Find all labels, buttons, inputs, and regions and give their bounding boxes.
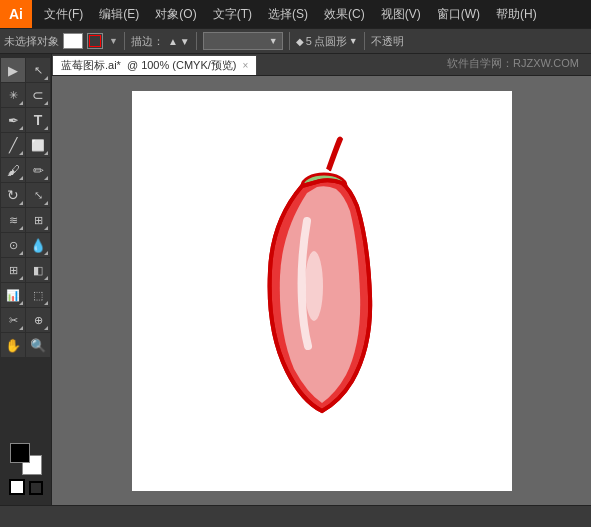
tab-close-button[interactable]: × — [242, 60, 248, 71]
app-logo: Ai — [0, 0, 32, 28]
magic-wand-tool[interactable]: ✳ — [1, 83, 25, 107]
graph-tool[interactable]: 📊 — [1, 283, 25, 307]
free-transform-tool[interactable]: ⊞ — [26, 208, 50, 232]
rotate-tool[interactable]: ↻ — [1, 183, 25, 207]
pen-tool[interactable]: ✒ — [1, 108, 25, 132]
type-tool[interactable]: T — [26, 108, 50, 132]
no-selection-label: 未选择对象 — [4, 34, 59, 49]
main-area: ▶ ↖ ✳ ⊂ ✒ T ╱ ⬜ 🖌 ✏ ↻ ⤡ ≋ ⊞ ⊙ 💧 — [0, 54, 591, 505]
fill-indicator[interactable] — [9, 479, 25, 495]
menu-effect[interactable]: 效果(C) — [316, 0, 373, 28]
tool-row-1: ▶ ↖ — [0, 58, 51, 82]
tab-filename: 蓝莓图标.ai* — [61, 58, 121, 73]
color-area — [9, 443, 43, 501]
menu-file[interactable]: 文件(F) — [36, 0, 91, 28]
tool-row-2: ✳ ⊂ — [0, 83, 51, 107]
menu-help[interactable]: 帮助(H) — [488, 0, 545, 28]
tool-row-5: 🖌 ✏ — [0, 158, 51, 182]
stroke-swatch[interactable] — [87, 33, 103, 49]
watermark: 软件自学网：RJZXW.COM — [447, 56, 579, 71]
tool-row-9: ⊞ ◧ — [0, 258, 51, 282]
divider1 — [124, 32, 125, 50]
artboard-tool[interactable]: ⬚ — [26, 283, 50, 307]
direct-selection-tool[interactable]: ↖ — [26, 58, 50, 82]
brush-size-group: ◆ 5 点圆形 ▼ — [296, 34, 358, 49]
tool-row-6: ↻ ⤡ — [0, 183, 51, 207]
menu-edit[interactable]: 编辑(E) — [91, 0, 147, 28]
artboard — [132, 91, 512, 491]
tool-row-10: 📊 ⬚ — [0, 283, 51, 307]
canvas-area: 蓝莓图标.ai* @ 100% (CMYK/预览) × 软件自学网：RJZXW.… — [52, 54, 591, 505]
drawing-canvas[interactable] — [52, 76, 591, 505]
stroke-label: 描边： — [131, 34, 164, 49]
stroke-spinner[interactable]: ▲ ▼ — [168, 36, 190, 47]
paintbrush-tool[interactable]: 🖌 — [1, 158, 25, 182]
menu-window[interactable]: 窗口(W) — [429, 0, 488, 28]
stroke-options: ▼ — [109, 36, 118, 46]
brush-size-value: 5 — [306, 35, 312, 47]
pencil-tool[interactable]: ✏ — [26, 158, 50, 182]
chili-illustration — [212, 131, 432, 451]
scale-tool[interactable]: ⤡ — [26, 183, 50, 207]
gradient-tool[interactable]: ◧ — [26, 258, 50, 282]
document-tab[interactable]: 蓝莓图标.ai* @ 100% (CMYK/预览) × — [52, 55, 257, 75]
tool-row-8: ⊙ 💧 — [0, 233, 51, 257]
menu-bar: 文件(F) 编辑(E) 对象(O) 文字(T) 选择(S) 效果(C) 视图(V… — [32, 0, 591, 28]
eyedropper-tool[interactable]: 💧 — [26, 233, 50, 257]
style-dropdown[interactable]: ▼ — [203, 32, 283, 50]
tool-row-3: ✒ T — [0, 108, 51, 132]
symbol-tool[interactable]: ⊕ — [26, 308, 50, 332]
options-bar: 未选择对象 ▼ 描边： ▲ ▼ ▼ ◆ 5 点圆形 ▼ 不透明 — [0, 28, 591, 54]
opacity-label: 不透明 — [371, 34, 404, 49]
fg-bg-swatches[interactable] — [10, 443, 42, 475]
tool-row-12: ✋ 🔍 — [0, 333, 51, 357]
status-bar — [0, 505, 591, 527]
warp-tool[interactable]: ≋ — [1, 208, 25, 232]
shape-tool[interactable]: ⬜ — [26, 133, 50, 157]
blend-tool[interactable]: ⊙ — [1, 233, 25, 257]
divider3 — [289, 32, 290, 50]
menu-text[interactable]: 文字(T) — [205, 0, 260, 28]
stroke-fill-indicators — [9, 479, 43, 495]
zoom-tool[interactable]: 🔍 — [26, 333, 50, 357]
menu-select[interactable]: 选择(S) — [260, 0, 316, 28]
divider2 — [196, 32, 197, 50]
toolbox: ▶ ↖ ✳ ⊂ ✒ T ╱ ⬜ 🖌 ✏ ↻ ⤡ ≋ ⊞ ⊙ 💧 — [0, 54, 52, 505]
title-bar: Ai 文件(F) 编辑(E) 对象(O) 文字(T) 选择(S) 效果(C) 视… — [0, 0, 591, 28]
brush-type-label: 点圆形 — [314, 34, 347, 49]
tab-zoom: @ 100% (CMYK/预览) — [127, 58, 237, 73]
hand-tool[interactable]: ✋ — [1, 333, 25, 357]
divider4 — [364, 32, 365, 50]
tool-row-7: ≋ ⊞ — [0, 208, 51, 232]
menu-object[interactable]: 对象(O) — [147, 0, 204, 28]
line-tool[interactable]: ╱ — [1, 133, 25, 157]
mesh-tool[interactable]: ⊞ — [1, 258, 25, 282]
slice-tool[interactable]: ✂ — [1, 308, 25, 332]
foreground-color-swatch[interactable] — [10, 443, 30, 463]
fill-swatch[interactable] — [63, 33, 83, 49]
lasso-tool[interactable]: ⊂ — [26, 83, 50, 107]
svg-point-1 — [305, 251, 323, 321]
tool-row-11: ✂ ⊕ — [0, 308, 51, 332]
tool-row-4: ╱ ⬜ — [0, 133, 51, 157]
stroke-indicator[interactable] — [29, 481, 43, 495]
selection-tool[interactable]: ▶ — [1, 58, 25, 82]
menu-view[interactable]: 视图(V) — [373, 0, 429, 28]
